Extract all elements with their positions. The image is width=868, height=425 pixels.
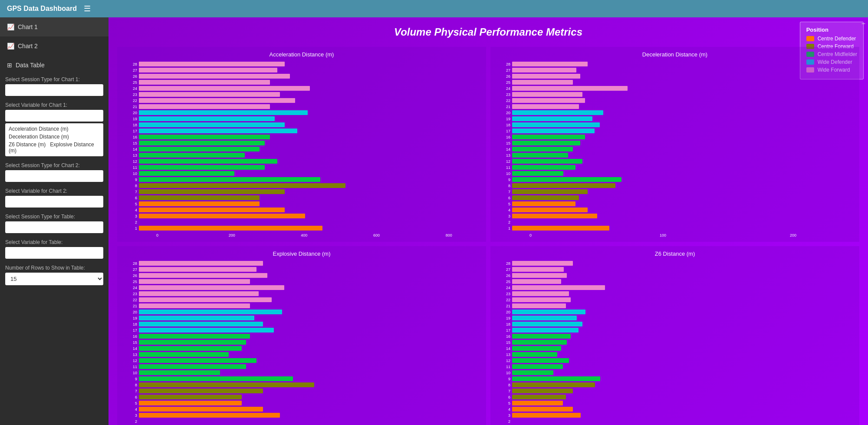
var-chart1-label: Select Variable for Chart 1: (5, 102, 103, 108)
bar-row: 19 (139, 116, 482, 122)
menu-icon[interactable]: ☰ (84, 4, 91, 13)
session-chart1-input[interactable]: Match Day (5, 84, 103, 96)
x-tick (265, 233, 301, 237)
bar-label: 19 (496, 316, 512, 320)
bar-cyan (139, 110, 308, 115)
var-option-z6[interactable]: Z6 Distance (m) Explosive Distance (m) (9, 141, 100, 155)
bar-row: 11 (139, 364, 482, 369)
bar-cyan (139, 122, 285, 127)
bar-pink (512, 303, 566, 308)
bar-label: 15 (496, 141, 512, 145)
sidebar-item-chart1[interactable]: 📈 Chart 1 (0, 17, 108, 36)
var-table-input[interactable]: Acceleration Distance (m) (5, 247, 103, 259)
bar-label: 11 (496, 165, 512, 170)
bar-label: 21 (122, 304, 139, 308)
bar-row: 8 (512, 183, 855, 188)
app-header: GPS Data Dashboard ☰ (0, 0, 868, 17)
bar-label: 20 (122, 310, 139, 314)
x-tick (409, 233, 445, 237)
var-chart1-input[interactable]: Acceleration Distance (m) (5, 110, 103, 122)
bar-label: 27 (496, 267, 512, 272)
bar-cyan (512, 310, 585, 314)
bar-row: 6 (512, 195, 855, 201)
bar-olive (139, 389, 263, 393)
bar-orange (139, 401, 242, 405)
bar-label: 25 (496, 80, 512, 85)
bar-row: 23 (139, 291, 482, 297)
bar-label: 16 (122, 334, 139, 339)
bar-label: 22 (122, 99, 139, 103)
chart-z6: 2827262524232221201918171615141312111098… (495, 260, 855, 425)
bar-orange (512, 401, 563, 405)
datatable-icon: ⊞ (7, 62, 12, 69)
bar-label: 4 (122, 407, 139, 412)
bar-row: 27 (139, 267, 482, 272)
chart-panel-decel: Deceleration Distance (m) 28272625242322… (490, 47, 859, 242)
bar-orange (512, 214, 597, 218)
var-option-accel[interactable]: Acceleration Distance (m) (9, 125, 100, 133)
chart1-icon: 📈 (7, 23, 14, 30)
bar-green (139, 352, 229, 357)
bar-label: 8 (496, 383, 512, 387)
bar-row: 21 (139, 303, 482, 309)
bar-row: 7 (139, 189, 482, 194)
session-table-input[interactable]: Match Day (5, 221, 103, 233)
bar-pink (512, 297, 571, 302)
bar-pink (512, 279, 561, 284)
bar-label: 5 (496, 401, 512, 405)
bar-row: 7 (512, 388, 855, 394)
x-tick: 600 (373, 233, 409, 237)
bar-row: 18 (139, 321, 482, 327)
bar-pink (512, 267, 564, 272)
bar-label: 27 (496, 68, 512, 72)
bar-green (512, 135, 585, 139)
session-chart2-input[interactable]: Match Day (5, 170, 103, 182)
bar-row: 25 (139, 79, 482, 85)
bar-row: 9 (512, 376, 855, 382)
sidebar-item-chart2[interactable]: 📈 Chart 2 (0, 36, 108, 56)
bar-label: 8 (496, 184, 512, 188)
bar-label: 7 (496, 389, 512, 393)
bar-row: 21 (512, 303, 855, 309)
bar-pink (512, 62, 588, 66)
bar-green (512, 364, 563, 369)
bar-label: 27 (122, 267, 139, 272)
bar-cyan (512, 128, 595, 133)
bar-row: 7 (512, 189, 855, 194)
bar-row: 17 (512, 327, 855, 333)
sidebar-item-datatable[interactable]: ⊞ Data Table (0, 56, 108, 75)
var-option-decel[interactable]: Deceleration Distance (m) (9, 133, 100, 141)
chart-main-title: Volume Physical Performance Metrics (117, 26, 859, 38)
chart-explosive: 2827262524232221201918171615141312111098… (122, 260, 482, 425)
bar-label: 17 (122, 129, 139, 133)
bar-row: 22 (139, 297, 482, 303)
bar-row: 20 (139, 110, 482, 115)
rows-select[interactable]: 15 25 50 (5, 273, 103, 285)
bar-row: 27 (512, 267, 855, 272)
bar-pink (512, 104, 579, 109)
control-var-chart1: Select Variable for Chart 1: Acceleratio… (0, 100, 108, 161)
chart-subtitle-explosive: Explosive Distance (m) (122, 250, 482, 257)
session-chart2-label: Select Session Type for Chart 2: (5, 162, 103, 168)
bar-row: 4 (512, 406, 855, 412)
bar-orange (139, 226, 322, 231)
bar-label: 5 (496, 202, 512, 206)
bar-row: 17 (512, 128, 855, 134)
bar-label: 3 (122, 413, 139, 418)
bar-row: 11 (512, 165, 855, 170)
bar-green (139, 376, 293, 381)
control-session-chart2: Select Session Type for Chart 2: Match D… (0, 161, 108, 186)
bar-pink (139, 86, 310, 91)
var-chart2-input[interactable]: Acceleration Distance (m) (5, 196, 103, 208)
bar-green (139, 340, 246, 345)
bar-row: 6 (139, 394, 482, 400)
bar-label: 4 (496, 407, 512, 412)
bar-green (512, 171, 563, 176)
sidebar-item-datatable-label: Data Table (16, 62, 45, 69)
bar-pink (139, 80, 270, 85)
bar-green (139, 334, 250, 339)
bar-label: 15 (122, 340, 139, 345)
chart-decel: 2827262524232221201918171615141312111098… (495, 61, 855, 237)
control-session-table: Select Session Type for Table: Match Day (0, 212, 108, 237)
bar-label: 6 (122, 395, 139, 399)
